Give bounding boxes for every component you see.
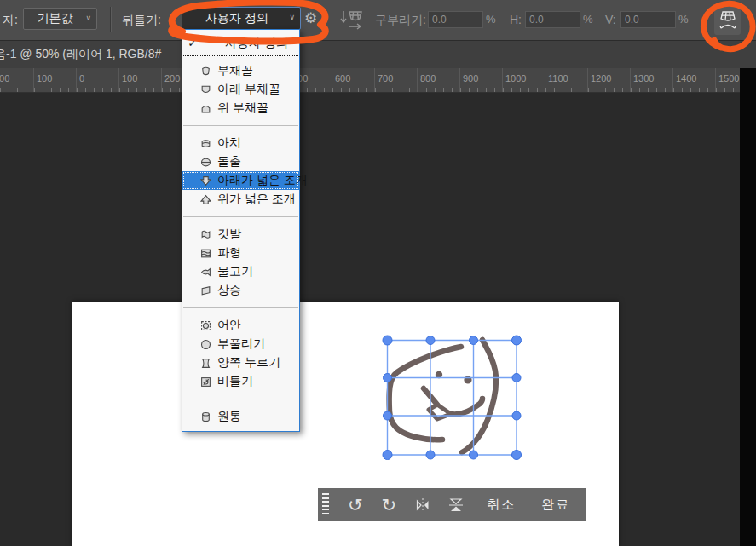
- fisheye-icon: [199, 319, 213, 331]
- photoshop-window: 자: 기본값 ∨ 뒤틀기: 사용자 정의 ∨ ⚙ 구부리기: % H: % V:…: [0, 0, 756, 546]
- menu-item-label: 부채꼴: [217, 63, 253, 78]
- document-tab-bar: 음-1 @ 50% (레이어 1, RGB/8#: [0, 40, 756, 69]
- ruler-label: 100: [122, 73, 137, 83]
- ruler-label: 200: [164, 73, 180, 83]
- warp-orientation-icon[interactable]: [339, 9, 365, 30]
- menu-item-label: 아래가 넓은 조개: [217, 173, 308, 188]
- flip-horizontal-icon[interactable]: [414, 497, 431, 513]
- menu-item-fish[interactable]: 물고기: [182, 262, 299, 281]
- fish-icon: [199, 266, 213, 278]
- menu-item-squeeze[interactable]: 양쪽 누르기: [182, 353, 299, 372]
- toolbar-divider: [110, 7, 112, 32]
- ruler-label: 800: [420, 73, 436, 83]
- bend-input[interactable]: [428, 11, 483, 28]
- rise-icon: [199, 284, 213, 296]
- menu-item-wave[interactable]: 파형: [182, 244, 299, 262]
- ruler-label: 1000: [505, 73, 526, 83]
- menu-item-label: 사용자 정의: [225, 36, 288, 51]
- menu-item-label: 물고기: [217, 264, 253, 279]
- warp-style-dropdown[interactable]: 사용자 정의 ∨: [182, 7, 301, 30]
- ruler-label: 900: [463, 73, 478, 83]
- flip-vertical-icon[interactable]: [447, 497, 465, 514]
- warp-style-value: 사용자 정의: [205, 11, 268, 26]
- cancel-button[interactable]: 취소: [487, 497, 516, 513]
- window-edge: [740, 68, 756, 546]
- menu-item-arc[interactable]: 부채꼴: [182, 61, 299, 80]
- warp-style-menu: ✓사용자 정의부채꼴아래 부채꼴위 부채꼴아치돌출아래가 넓은 조개위가 넓은 …: [182, 29, 300, 432]
- checkmark-icon: ✓: [186, 37, 199, 49]
- ruler-label: 100: [37, 73, 52, 83]
- arc-upper-icon: [199, 102, 213, 114]
- bend-label: 구부리기:: [375, 13, 426, 28]
- menu-item-bulge[interactable]: 돌출: [182, 152, 299, 171]
- options-bar: 자: 기본값 ∨ 뒤틀기: 사용자 정의 ∨ ⚙ 구부리기: % H: % V:…: [0, 0, 756, 41]
- squeeze-icon: [199, 357, 213, 369]
- wave-icon: [199, 247, 213, 259]
- document-tab[interactable]: 음-1 @ 50% (레이어 1, RGB/8#: [0, 47, 161, 62]
- gear-icon[interactable]: ⚙: [304, 11, 317, 26]
- cylinder-icon: [199, 411, 213, 422]
- menu-item-cylinder[interactable]: 원통: [182, 407, 299, 426]
- menu-item-twist[interactable]: 비틀기: [182, 372, 299, 391]
- horizontal-ruler: 2001000100200300400500600700800900100011…: [0, 68, 740, 93]
- menu-item-shell-upper[interactable]: 위가 넓은 조개: [182, 190, 299, 209]
- grid-mode-value: 기본값: [38, 11, 73, 26]
- warp-label: 뒤틀기:: [122, 13, 161, 28]
- h-label: H:: [510, 13, 522, 26]
- transform-action-bar: ↺ ↻ 취소 완료: [318, 488, 586, 521]
- menu-item-fisheye[interactable]: 어안: [182, 316, 299, 335]
- menu-item-label: 상승: [217, 283, 241, 298]
- shell-lower-icon: [199, 175, 213, 187]
- v-input[interactable]: [620, 11, 676, 28]
- ruler-label: 1300: [633, 73, 654, 83]
- menu-item-label: 비틀기: [217, 374, 253, 389]
- twist-icon: [199, 376, 213, 388]
- arc-lower-icon: [199, 83, 213, 95]
- menu-item-label: 부풀리기: [217, 336, 265, 352]
- h-input[interactable]: [525, 11, 580, 28]
- menu-item-custom[interactable]: ✓사용자 정의: [182, 34, 299, 53]
- custom-icon: [199, 37, 213, 49]
- grid-mode-dropdown[interactable]: 기본값 ∨: [23, 8, 97, 30]
- done-button[interactable]: 완료: [541, 497, 570, 513]
- shell-upper-icon: [199, 193, 213, 205]
- ruler-label: 1500: [718, 73, 739, 83]
- menu-item-label: 양쪽 누르기: [217, 355, 280, 371]
- menu-item-label: 어안: [217, 318, 241, 333]
- menu-item-arc-lower[interactable]: 아래 부채꼴: [182, 80, 299, 99]
- menu-item-shell-lower[interactable]: 아래가 넓은 조개: [182, 171, 299, 190]
- menu-item-label: 파형: [217, 245, 241, 261]
- warp-glyph-icon: [718, 9, 738, 32]
- warp-split-button[interactable]: [714, 6, 741, 35]
- chevron-down-icon: ∨: [289, 13, 295, 21]
- menu-item-rise[interactable]: 상승: [182, 281, 299, 300]
- chevron-down-icon: ∨: [85, 14, 91, 22]
- flag-icon: [199, 228, 213, 240]
- ruler-label: 0: [79, 73, 84, 83]
- menu-item-flag[interactable]: 깃발: [182, 225, 299, 244]
- menu-item-inflate[interactable]: 부풀리기: [182, 335, 299, 353]
- drag-handle[interactable]: [322, 493, 329, 516]
- percent-sign: %: [678, 13, 689, 26]
- ruler-label: 200: [0, 73, 9, 83]
- menu-item-label: 원통: [217, 409, 241, 424]
- grid-mode-label: 자:: [3, 13, 18, 28]
- canvas-workarea: [0, 92, 740, 546]
- percent-sign: %: [486, 13, 496, 26]
- ruler-label: 1400: [676, 73, 696, 83]
- menu-separator: [183, 307, 298, 308]
- arch-icon: [199, 137, 213, 149]
- arc-icon: [199, 65, 213, 77]
- v-label: V:: [605, 13, 616, 26]
- menu-separator: [183, 399, 298, 399]
- menu-item-label: 깃발: [217, 227, 241, 242]
- percent-sign: %: [583, 13, 593, 26]
- bulge-icon: [199, 156, 213, 168]
- menu-separator: [183, 216, 298, 217]
- menu-item-arch[interactable]: 아치: [182, 134, 299, 152]
- menu-item-arc-upper[interactable]: 위 부채꼴: [182, 99, 299, 118]
- undo-icon[interactable]: ↺: [348, 496, 363, 514]
- menu-item-label: 위가 넓은 조개: [217, 192, 296, 207]
- menu-item-label: 아치: [217, 135, 241, 151]
- redo-icon[interactable]: ↻: [382, 496, 397, 514]
